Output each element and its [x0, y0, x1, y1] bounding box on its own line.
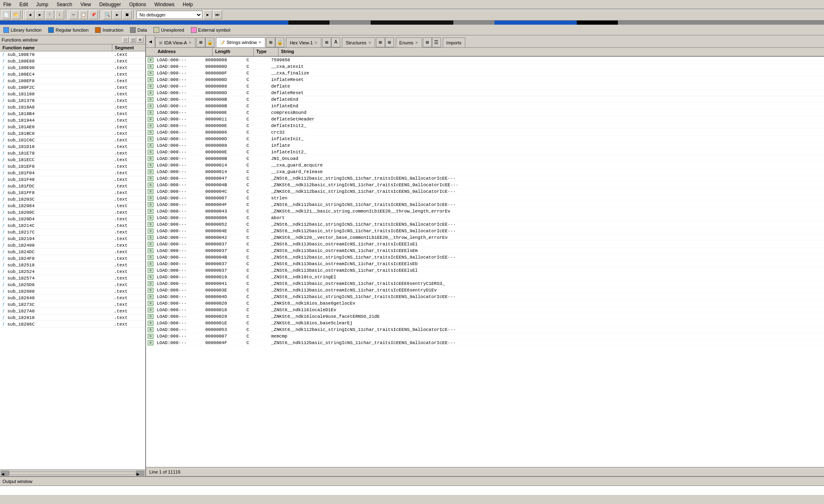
toolbar-copy-btn[interactable]: 📋	[79, 10, 88, 19]
function-row[interactable]: 𝑓 sub_182688 .text	[0, 288, 145, 295]
panel-close-btn[interactable]: ✕	[137, 37, 144, 43]
hscroll-track[interactable]	[9, 472, 136, 475]
func-col-seg-header[interactable]: Segment	[112, 44, 145, 51]
menu-options[interactable]: Options	[128, 1, 148, 8]
function-row[interactable]: 𝑓 sub_182498 .text	[0, 242, 145, 249]
tab-letter-btn-3[interactable]: A	[331, 37, 340, 47]
debugger-combo[interactable]: No debugger	[137, 11, 202, 19]
strings-col-type-header[interactable]: Type	[254, 48, 279, 56]
toolbar-debug-btn[interactable]: ▶	[203, 10, 212, 19]
string-row[interactable]: S LOAD:000··· 0000000B C deflateEnd	[146, 96, 824, 103]
string-row[interactable]: S LOAD:000··· 00000014 C __cxa_guard_rel…	[146, 169, 824, 175]
tab-undock-btn-2[interactable]: ⊞	[266, 37, 275, 47]
menu-help[interactable]: Help	[181, 1, 195, 8]
string-row[interactable]: S LOAD:000··· 00000037 C _ZNSt6__ndk113b…	[146, 261, 824, 267]
function-row[interactable]: 𝑓 sub_181944 .text	[0, 117, 145, 124]
string-row[interactable]: S LOAD:000··· 00000043 C _ZNKSt6__ndk121…	[146, 208, 824, 215]
function-row[interactable]: 𝑓 sub_181D18 .text	[0, 143, 145, 150]
tab-undock-btn-5[interactable]: ⊞	[423, 37, 432, 47]
function-row[interactable]: 𝑓 sub_180E70 .text	[0, 51, 145, 58]
toolbar-run-btn[interactable]: ▶	[113, 10, 122, 19]
strings-list[interactable]: S LOAD:000··· 00000008 C 7599858 S LOAD:…	[146, 57, 824, 467]
func-col-name-header[interactable]: Function name	[0, 44, 112, 51]
string-row[interactable]: S LOAD:000··· 0000000B C JNI_OnLoad	[146, 155, 824, 162]
function-row[interactable]: 𝑓 sub_180EF8 .text	[0, 78, 145, 84]
string-row[interactable]: S LOAD:000··· 0000000E C compressBound	[146, 109, 824, 116]
function-row[interactable]: 𝑓 sub_1827A0 .text	[0, 308, 145, 314]
function-row[interactable]: 𝑓 sub_1818B4 .text	[0, 111, 145, 117]
string-row[interactable]: S LOAD:000··· 00000037 C _ZNSt6__ndk113b…	[146, 247, 824, 254]
tab-undock-btn-1[interactable]: ⊞	[196, 37, 205, 47]
scroll-left-btn[interactable]: ◀	[1, 471, 9, 476]
string-row[interactable]: S LOAD:000··· 00000037 C _ZNSt6__ndk113b…	[146, 267, 824, 274]
tab-ida-close[interactable]: ✕	[188, 41, 192, 45]
functions-hscrollbar[interactable]: ◀ ▶	[0, 469, 145, 476]
panel-minimize-btn[interactable]: □	[122, 37, 129, 43]
toolbar-paste-btn[interactable]: 📌	[89, 10, 98, 19]
toolbar-search-btn[interactable]: 🔍	[103, 10, 112, 19]
string-row[interactable]: S LOAD:000··· 0000000D C deflateReset	[146, 90, 824, 96]
toolbar-back-btn[interactable]: ◀	[26, 10, 35, 19]
function-row[interactable]: 𝑓 sub_181E78 .text	[0, 150, 145, 157]
tab-lock-btn-2[interactable]: 🔒	[275, 37, 284, 47]
tab-grid-btn-4[interactable]: ⊞	[385, 37, 394, 47]
function-row[interactable]: 𝑓 sub_181C6C .text	[0, 137, 145, 143]
string-row[interactable]: S LOAD:000··· 0000004B C _ZNSt6__ndk112b…	[146, 254, 824, 261]
function-row[interactable]: 𝑓 sub_181FDC .text	[0, 183, 145, 190]
tab-lock-btn-1[interactable]: 🔒	[205, 37, 214, 47]
tab-ida-view[interactable]: ▣ IDA View-A ✕	[155, 37, 195, 47]
function-row[interactable]: 𝑓 sub_181F04 .text	[0, 170, 145, 176]
string-row[interactable]: S LOAD:000··· 0000004F C _ZNSt6__ndk112b…	[146, 340, 824, 346]
tab-strings-close[interactable]: ✕	[258, 40, 262, 44]
function-row[interactable]: 𝑓 sub_181F48 .text	[0, 176, 145, 183]
string-row[interactable]: S LOAD:000··· 00000029 C _ZNKSt6__ndk16l…	[146, 313, 824, 320]
string-row[interactable]: S LOAD:000··· 0000000F C __cxa_finalize	[146, 70, 824, 76]
function-row[interactable]: 𝑓 sub_182518 .text	[0, 262, 145, 268]
menu-file[interactable]: File	[2, 1, 13, 8]
function-row[interactable]: 𝑓 sub_181378 .text	[0, 97, 145, 104]
string-row[interactable]: S LOAD:000··· 0000004B C _ZNKSt6__ndk112…	[146, 182, 824, 188]
string-row[interactable]: S LOAD:000··· 00000019 C _ZNSt6__ndk19to…	[146, 274, 824, 280]
toolbar-up-btn[interactable]: ↑	[45, 10, 54, 19]
functions-list[interactable]: 𝑓 sub_180E70 .text 𝑓 sub_180E88 .text 𝑓 …	[0, 51, 145, 469]
menu-view[interactable]: View	[79, 1, 93, 8]
string-row[interactable]: S LOAD:000··· 00000014 C __cxa_guard_acq…	[146, 162, 824, 169]
function-row[interactable]: 𝑓 sub_182194 .text	[0, 236, 145, 242]
string-row[interactable]: S LOAD:000··· 00000008 C deflate	[146, 83, 824, 90]
tab-hex-close[interactable]: ✕	[314, 41, 318, 45]
strings-col-str-header[interactable]: String	[279, 48, 824, 56]
function-row[interactable]: 𝑓 sub_18209C .text	[0, 209, 145, 216]
string-row[interactable]: S LOAD:000··· 0000000D C inflateReset	[146, 76, 824, 83]
function-row[interactable]: 𝑓 sub_1824DC .text	[0, 249, 145, 255]
function-row[interactable]: 𝑓 sub_180E88 .text	[0, 58, 145, 65]
panel-restore-btn[interactable]: ◻	[130, 37, 136, 43]
function-row[interactable]: 𝑓 sub_181FF8 .text	[0, 190, 145, 196]
string-row[interactable]: S LOAD:000··· 00000020 C _ZNKSt6__ndk18i…	[146, 300, 824, 307]
toolbar-new-btn[interactable]: 📄	[2, 10, 11, 19]
toolbar-down-btn[interactable]: ↓	[55, 10, 64, 19]
tab-arrow-left[interactable]: ◀	[146, 36, 155, 47]
string-row[interactable]: S LOAD:000··· 0000004C C _ZNKSt6__ndk112…	[146, 188, 824, 195]
string-row[interactable]: S LOAD:000··· 00000052 C _ZNSt6__ndk112b…	[146, 221, 824, 228]
menu-windows[interactable]: Windows	[153, 1, 176, 8]
function-row[interactable]: 𝑓 sub_18203C .text	[0, 196, 145, 203]
tab-enums[interactable]: Enums ✕	[396, 37, 422, 47]
string-row[interactable]: S LOAD:000··· 00000008 C inflate	[146, 142, 824, 149]
function-row[interactable]: 𝑓 sub_181BC8 .text	[0, 130, 145, 137]
string-row[interactable]: S LOAD:000··· 0000000B C inflateEnd	[146, 103, 824, 109]
menu-search[interactable]: Search	[55, 1, 74, 8]
function-row[interactable]: 𝑓 sub_182084 .text	[0, 203, 145, 209]
function-row[interactable]: 𝑓 sub_18273C .text	[0, 301, 145, 308]
string-row[interactable]: S LOAD:000··· 0000003E C _ZNSt6__ndk113b…	[146, 287, 824, 294]
string-row[interactable]: S LOAD:000··· 00000042 C _ZNKSt6__ndk120…	[146, 234, 824, 241]
tab-undock-btn-3[interactable]: ⊞	[322, 37, 331, 47]
function-row[interactable]: 𝑓 sub_181EF8 .text	[0, 163, 145, 170]
string-row[interactable]: S LOAD:000··· 00000007 C memcmp	[146, 333, 824, 340]
string-row[interactable]: S LOAD:000··· 00000006 C abort	[146, 215, 824, 221]
function-row[interactable]: 𝑓 sub_18217C .text	[0, 229, 145, 236]
string-row[interactable]: S LOAD:000··· 00000018 C _ZNSt6__ndk116l…	[146, 307, 824, 313]
menu-jump[interactable]: Jump	[35, 1, 50, 8]
toolbar-open-btn[interactable]: 📂	[12, 10, 21, 19]
function-row[interactable]: 𝑓 sub_180E90 .text	[0, 65, 145, 71]
function-row[interactable]: 𝑓 sub_182640 .text	[0, 295, 145, 301]
